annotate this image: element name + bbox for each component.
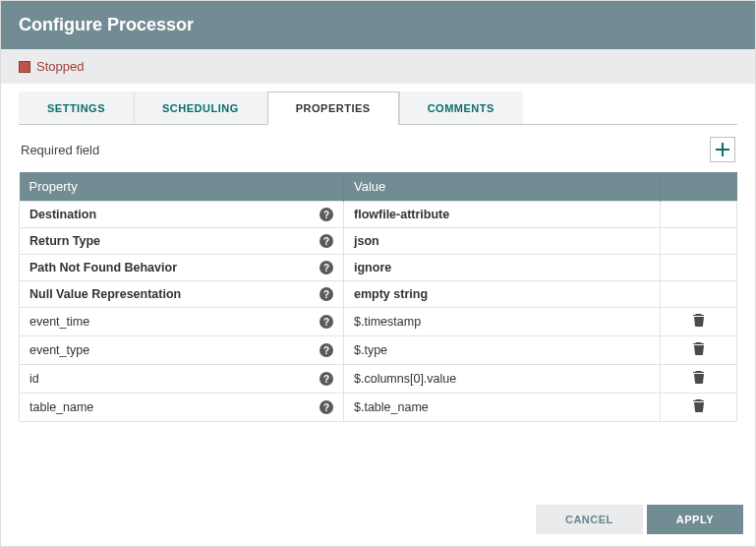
table-row: event_time?$.timestamp [20,308,737,336]
property-value: $.timestamp [354,315,421,329]
dialog-footer: CANCEL APPLY [1,495,755,546]
property-actions-cell [661,255,737,281]
property-value: empty string [354,287,428,301]
property-value: $.columns[0].value [354,372,456,386]
property-name-cell[interactable]: event_time? [20,308,344,336]
property-name-cell[interactable]: event_type? [20,336,344,365]
property-name: Destination [29,208,96,221]
property-name-cell[interactable]: Null Value Representation? [20,281,344,308]
configure-processor-dialog: Configure Processor Stopped SETTINGSSCHE… [0,0,756,547]
help-icon[interactable]: ? [320,234,333,248]
property-name-cell[interactable]: table_name? [20,394,344,422]
delete-property-button[interactable] [693,371,705,384]
property-value-cell[interactable]: $.table_name [344,394,661,422]
help-icon[interactable]: ? [320,208,333,221]
property-name-cell[interactable]: Path Not Found Behavior? [20,255,344,281]
delete-property-button[interactable] [693,399,705,412]
property-actions-cell [661,228,737,255]
property-actions-cell [661,336,737,365]
property-name-cell[interactable]: id? [20,365,344,394]
dialog-content: SETTINGSSCHEDULINGPROPERTIESCOMMENTS Req… [1,84,755,495]
table-row: Null Value Representation?empty string [20,281,737,308]
property-actions-cell [661,281,737,308]
table-row: event_type?$.type [20,336,737,365]
property-name: Path Not Found Behavior [29,261,177,274]
help-icon[interactable]: ? [320,315,333,329]
property-value: json [354,234,379,248]
status-label: Stopped [36,59,84,74]
property-value-cell[interactable]: empty string [344,281,661,308]
table-row: id?$.columns[0].value [20,365,737,394]
property-value-cell[interactable]: json [344,228,661,255]
property-value: $.table_name [354,400,429,414]
property-actions-cell [661,308,737,336]
property-name-cell[interactable]: Return Type? [20,228,344,255]
help-icon[interactable]: ? [320,261,333,274]
column-header-value: Value [344,172,661,202]
help-icon[interactable]: ? [320,343,333,357]
help-icon[interactable]: ? [320,400,333,414]
property-actions-cell [661,202,737,228]
property-name: id [29,372,39,386]
required-field-label: Required field [21,143,99,157]
property-name: table_name [29,400,93,414]
tab-settings[interactable]: SETTINGS [19,91,134,124]
property-name: event_time [29,315,89,329]
property-value-cell[interactable]: flowfile-attribute [344,202,661,228]
cancel-button[interactable]: CANCEL [536,505,643,534]
dialog-title: Configure Processor [19,15,194,34]
tab-bar: SETTINGSSCHEDULINGPROPERTIESCOMMENTS [19,91,737,125]
table-row: table_name?$.table_name [20,394,737,422]
trash-icon [693,399,705,412]
status-bar: Stopped [1,49,755,84]
delete-property-button[interactable] [693,314,705,327]
property-name: Null Value Representation [29,287,181,301]
properties-table: Property Value Destination?flowfile-attr… [19,172,737,422]
property-name-cell[interactable]: Destination? [20,202,344,228]
table-row: Path Not Found Behavior?ignore [20,255,737,281]
trash-icon [693,314,705,327]
property-value-cell[interactable]: $.timestamp [344,308,661,336]
property-value: $.type [354,343,387,357]
apply-button[interactable]: APPLY [647,505,743,534]
property-value-cell[interactable]: $.type [344,336,661,365]
property-value: flowfile-attribute [354,208,449,221]
table-row: Destination?flowfile-attribute [20,202,737,228]
column-header-actions [661,172,737,202]
table-row: Return Type?json [20,228,737,255]
property-value-cell[interactable]: ignore [344,255,661,281]
property-actions-cell [661,394,737,422]
stopped-icon [19,61,30,73]
help-icon[interactable]: ? [320,287,333,301]
tab-comments[interactable]: COMMENTS [399,91,523,124]
properties-subheader: Required field [19,125,737,172]
delete-property-button[interactable] [693,342,705,355]
help-icon[interactable]: ? [320,372,333,386]
property-name: Return Type [29,234,100,248]
tab-properties[interactable]: PROPERTIES [267,91,399,125]
property-value: ignore [354,261,391,274]
dialog-titlebar: Configure Processor [1,1,755,49]
trash-icon [693,342,705,355]
property-value-cell[interactable]: $.columns[0].value [344,365,661,394]
add-property-button[interactable] [710,137,735,162]
plus-icon [716,143,729,156]
property-name: event_type [29,343,89,357]
column-header-property: Property [20,172,344,202]
tab-scheduling[interactable]: SCHEDULING [134,91,267,124]
property-actions-cell [661,365,737,394]
trash-icon [693,371,705,384]
